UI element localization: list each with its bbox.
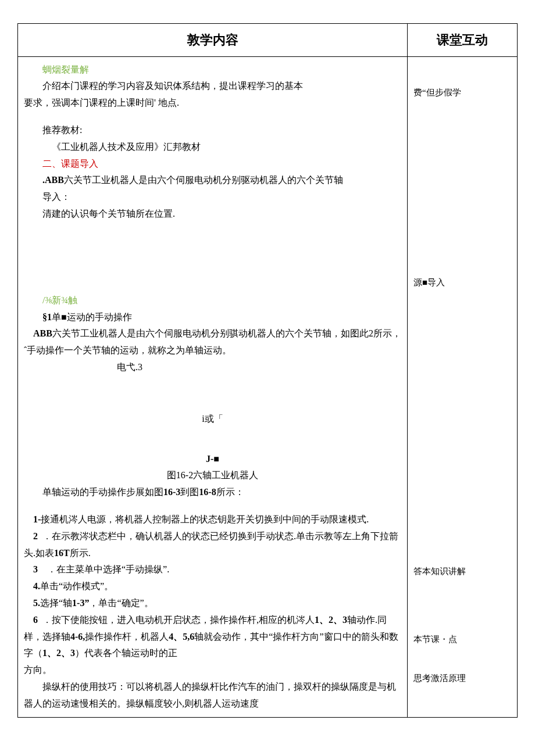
- step6-n: 6: [33, 615, 38, 625]
- recommend-book: 《工业机器人技术及应用》汇邦教材: [24, 139, 401, 156]
- p2c: 到图: [180, 487, 199, 497]
- side-note-4: 本节课・点: [413, 632, 511, 647]
- section3-title: /⅜新¾触: [24, 292, 401, 309]
- step3-text: ．在主菜单中选择“手动操纵”.: [47, 564, 169, 574]
- recommend-label: 推荐教材:: [24, 122, 401, 139]
- section3-h1: §1单■运动的手动操作: [24, 309, 401, 326]
- step5b: 1-3”: [72, 598, 89, 608]
- step2c: 所示.: [70, 548, 91, 558]
- p2d: 16-8: [199, 487, 216, 497]
- step2: 2 ．在示教涔状态栏中，确认机器人的状态已经切换到手动状态.单击示教等左上角下拉…: [24, 528, 401, 562]
- step3: 3 ．在主菜单中选择“手动操纵”.: [24, 561, 401, 578]
- s6h: 1、2、3: [42, 648, 75, 658]
- s6e: 操作操作杆，机器人: [85, 632, 169, 642]
- side-note-5: 思考激活原理: [413, 671, 511, 686]
- side-note-3: 答本知识讲解: [413, 564, 511, 579]
- section2-p1-rest: 六关节工业机器人是由六个伺服电动机分别驱动机器人的六个关节轴: [64, 175, 343, 185]
- header-row: 敦学内容 课堂互动: [18, 24, 518, 57]
- step4-n: 4.: [33, 581, 40, 591]
- step3-n: 3: [33, 564, 38, 574]
- side-cell: 费“但步假学 源■导入 答本知识讲解 本节课・点 思考激活原理: [408, 56, 518, 717]
- section1-p1b: 要求，强调本门课程的上课时间' 地点.: [24, 95, 401, 112]
- fig-placeholder-b: J-■: [24, 451, 401, 468]
- section3-p1-rest: 六关节工业机器人是由六个伺服电动机分别骐动机器人的六个关节轴，如图此2所示，ˆ手…: [24, 328, 401, 355]
- side-note-2: 源■导入: [413, 275, 511, 291]
- document-table: 敦学内容 课堂互动 蜩烟裂量解 介绍本门课程的学习内容及知识体系结构，提出课程学…: [17, 23, 518, 718]
- step6: 6 ．按下使能按钮，进入电动机开启状态，操作操作杆,相应的机涔人1、2、3轴动作…: [24, 612, 401, 662]
- side-note-1: 费“但步假学: [413, 85, 511, 101]
- p2b: 16-3: [163, 487, 180, 497]
- step5a: 选择“轴: [40, 598, 72, 608]
- p2e: 所示：: [216, 487, 244, 497]
- s6i: ）代表各个轴运动时的正: [75, 648, 177, 658]
- tip: 操纵杆的使用技巧：可以将机器人的操纵杆比作汽车的油门，操双杆的操纵隔度是与机器人…: [24, 679, 401, 712]
- section2-p2: 清建的认识每个关节轴所在位置.: [24, 206, 401, 223]
- p2a: 单轴运动的手动操作步展如图: [42, 487, 163, 497]
- step4-text: 单击“动作模式”。: [40, 581, 113, 591]
- section3-h1-prefix: §1: [42, 312, 52, 322]
- s6b: 1、2、3: [315, 615, 347, 625]
- step4: 4.单击“动作模式”。: [24, 578, 401, 595]
- section1-p1a: 介绍本门课程的学习内容及知识体系结构，提出课程学习的基本: [24, 78, 401, 95]
- dian-text: 电弋.3: [117, 362, 142, 372]
- header-side: 课堂互动: [408, 24, 518, 57]
- section3-h1-rest: 单■运动的手动操作: [52, 312, 132, 322]
- header-main: 敦学内容: [18, 24, 408, 57]
- abb-prefix: .ABB: [42, 175, 64, 185]
- section2-title: 二、课题导入: [24, 156, 401, 173]
- step1: 1-接通机涔人电源，将机器人控制器上的状态钥匙开关切换到中间的手动限速模式.: [24, 511, 401, 528]
- abb-prefix-2: ABB: [33, 328, 52, 338]
- dian: 电弋.3: [24, 359, 401, 376]
- step6-line2: 方向。: [24, 662, 401, 679]
- s6a: ．按下使能按钮，进入电动机开启状态，操作操作杆,相应的机涔人: [42, 615, 315, 625]
- s6f: 4、5,6: [169, 632, 194, 642]
- step5-n: 5.: [33, 598, 40, 608]
- section2-lead: 导入：: [24, 189, 401, 206]
- section1-title: 蜩烟裂量解: [24, 62, 401, 78]
- step5: 5.选择“轴1-3”，单击“确定”。: [24, 595, 401, 612]
- step5c: ，单击“确定”。: [89, 598, 153, 608]
- step1-n: 1-: [33, 514, 41, 524]
- main-cell: 蜩烟裂量解 介绍本门课程的学习内容及知识体系结构，提出课程学习的基本 要求，强调…: [18, 56, 408, 717]
- body-row: 蜩烟裂量解 介绍本门课程的学习内容及知识体系结构，提出课程学习的基本 要求，强调…: [18, 56, 518, 717]
- section2-p1: .ABB六关节工业机器人是由六个伺服电动机分别驱动机器人的六个关节轴: [24, 172, 401, 189]
- step2-n: 2: [33, 531, 38, 541]
- fig-placeholder-a: i或「: [24, 411, 401, 428]
- s6d: 4-6,: [70, 632, 85, 642]
- step1-text: 接通机涔人电源，将机器人控制器上的状态钥匙开关切换到中间的手动限速模式.: [41, 514, 369, 524]
- section3-p2: 单轴运动的手动操作步展如图16-3到图16-8所示：: [24, 484, 401, 501]
- figure-caption: 图16-2六轴工业机器人: [24, 467, 401, 484]
- section3-p1: ABB六关节工业机器人是由六个伺服电动机分别骐动机器人的六个关节轴，如图此2所示…: [24, 325, 401, 359]
- step2b: 16T: [54, 548, 70, 558]
